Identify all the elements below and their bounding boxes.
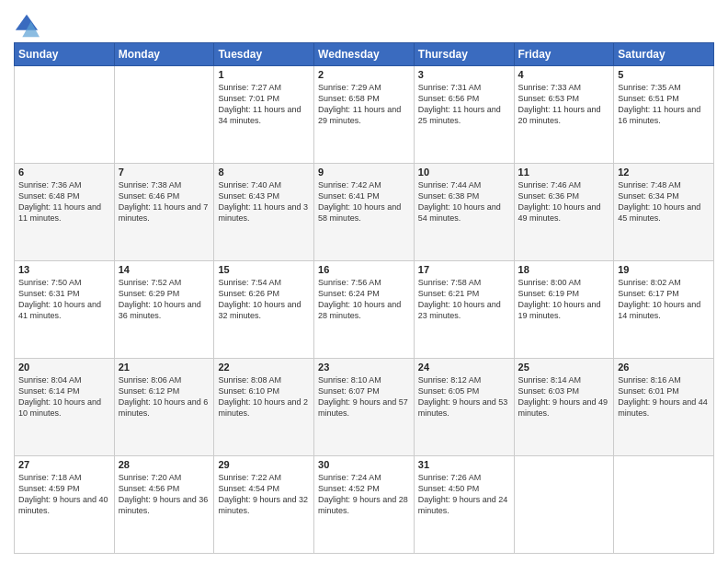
page: SundayMondayTuesdayWednesdayThursdayFrid… [0,0,728,563]
calendar-cell: 19Sunrise: 8:02 AM Sunset: 6:17 PM Dayli… [614,261,714,359]
calendar-cell: 30Sunrise: 7:24 AM Sunset: 4:52 PM Dayli… [314,456,415,554]
day-content: Sunrise: 7:54 AM Sunset: 6:26 PM Dayligh… [218,277,310,322]
calendar-week-row: 6Sunrise: 7:36 AM Sunset: 6:48 PM Daylig… [15,164,714,261]
header [14,9,714,39]
day-content: Sunrise: 8:04 AM Sunset: 6:14 PM Dayligh… [18,374,110,419]
calendar-cell: 14Sunrise: 7:52 AM Sunset: 6:29 PM Dayli… [114,261,214,359]
calendar-cell: 3Sunrise: 7:31 AM Sunset: 6:56 PM Daylig… [414,66,514,164]
day-content: Sunrise: 7:40 AM Sunset: 6:43 PM Dayligh… [218,179,310,224]
day-content: Sunrise: 7:20 AM Sunset: 4:56 PM Dayligh… [119,472,210,517]
calendar-cell: 4Sunrise: 7:33 AM Sunset: 6:53 PM Daylig… [514,66,614,164]
calendar-cell: 15Sunrise: 7:54 AM Sunset: 6:26 PM Dayli… [214,261,314,359]
day-number: 3 [418,69,510,80]
calendar-cell: 5Sunrise: 7:35 AM Sunset: 6:51 PM Daylig… [614,66,714,164]
day-content: Sunrise: 7:50 AM Sunset: 6:31 PM Dayligh… [18,277,110,322]
day-number: 23 [318,362,410,373]
logo-icon [14,13,40,39]
calendar-cell [15,66,115,164]
calendar-cell: 26Sunrise: 8:16 AM Sunset: 6:01 PM Dayli… [614,359,714,456]
calendar-cell: 11Sunrise: 7:46 AM Sunset: 6:36 PM Dayli… [514,164,614,261]
calendar-cell: 31Sunrise: 7:26 AM Sunset: 4:50 PM Dayli… [414,456,514,554]
calendar-week-row: 27Sunrise: 7:18 AM Sunset: 4:59 PM Dayli… [15,456,714,554]
day-number: 10 [418,167,510,178]
calendar-cell [114,66,214,164]
day-number: 12 [618,167,710,178]
day-content: Sunrise: 8:10 AM Sunset: 6:07 PM Dayligh… [318,374,410,419]
day-content: Sunrise: 7:35 AM Sunset: 6:51 PM Dayligh… [618,82,710,127]
logo [14,13,41,39]
day-content: Sunrise: 7:56 AM Sunset: 6:24 PM Dayligh… [318,277,410,322]
day-number: 28 [119,459,210,470]
day-content: Sunrise: 8:16 AM Sunset: 6:01 PM Dayligh… [618,374,710,419]
day-content: Sunrise: 7:58 AM Sunset: 6:21 PM Dayligh… [418,277,510,322]
day-number: 26 [618,362,710,373]
day-number: 25 [518,362,610,373]
calendar-body: 1Sunrise: 7:27 AM Sunset: 7:01 PM Daylig… [15,66,714,554]
calendar-cell: 13Sunrise: 7:50 AM Sunset: 6:31 PM Dayli… [15,261,115,359]
day-content: Sunrise: 7:18 AM Sunset: 4:59 PM Dayligh… [18,472,110,517]
day-content: Sunrise: 7:24 AM Sunset: 4:52 PM Dayligh… [318,472,410,517]
calendar-week-row: 13Sunrise: 7:50 AM Sunset: 6:31 PM Dayli… [15,261,714,359]
calendar-cell: 1Sunrise: 7:27 AM Sunset: 7:01 PM Daylig… [214,66,314,164]
day-number: 7 [119,167,210,178]
calendar-week-row: 1Sunrise: 7:27 AM Sunset: 7:01 PM Daylig… [15,66,714,164]
day-content: Sunrise: 7:27 AM Sunset: 7:01 PM Dayligh… [218,82,310,127]
calendar-cell: 17Sunrise: 7:58 AM Sunset: 6:21 PM Dayli… [414,261,514,359]
calendar-cell: 22Sunrise: 8:08 AM Sunset: 6:10 PM Dayli… [214,359,314,456]
calendar-cell: 25Sunrise: 8:14 AM Sunset: 6:03 PM Dayli… [514,359,614,456]
calendar-cell: 20Sunrise: 8:04 AM Sunset: 6:14 PM Dayli… [15,359,115,456]
day-number: 15 [218,264,310,275]
svg-marker-0 [16,15,38,30]
weekday-header-cell: Tuesday [214,43,314,66]
day-content: Sunrise: 7:48 AM Sunset: 6:34 PM Dayligh… [618,179,710,224]
day-number: 31 [418,459,510,470]
day-number: 30 [318,459,410,470]
weekday-header-cell: Thursday [414,43,514,66]
day-number: 24 [418,362,510,373]
day-content: Sunrise: 7:26 AM Sunset: 4:50 PM Dayligh… [418,472,510,517]
day-number: 4 [518,69,610,80]
calendar-cell [514,456,614,554]
day-number: 13 [18,264,110,275]
day-content: Sunrise: 8:14 AM Sunset: 6:03 PM Dayligh… [518,374,610,419]
calendar-cell: 28Sunrise: 7:20 AM Sunset: 4:56 PM Dayli… [114,456,214,554]
day-number: 17 [418,264,510,275]
calendar-cell: 6Sunrise: 7:36 AM Sunset: 6:48 PM Daylig… [15,164,115,261]
calendar-week-row: 20Sunrise: 8:04 AM Sunset: 6:14 PM Dayli… [15,359,714,456]
day-number: 2 [318,69,410,80]
day-content: Sunrise: 7:22 AM Sunset: 4:54 PM Dayligh… [218,472,310,517]
day-content: Sunrise: 7:42 AM Sunset: 6:41 PM Dayligh… [318,179,410,224]
day-content: Sunrise: 8:08 AM Sunset: 6:10 PM Dayligh… [218,374,310,419]
calendar-table: SundayMondayTuesdayWednesdayThursdayFrid… [14,42,714,554]
weekday-header-cell: Friday [514,43,614,66]
day-content: Sunrise: 7:52 AM Sunset: 6:29 PM Dayligh… [119,277,210,322]
day-content: Sunrise: 7:33 AM Sunset: 6:53 PM Dayligh… [518,82,610,127]
day-content: Sunrise: 8:12 AM Sunset: 6:05 PM Dayligh… [418,374,510,419]
calendar-cell: 12Sunrise: 7:48 AM Sunset: 6:34 PM Dayli… [614,164,714,261]
calendar-cell: 2Sunrise: 7:29 AM Sunset: 6:58 PM Daylig… [314,66,415,164]
day-number: 1 [218,69,310,80]
calendar-cell: 24Sunrise: 8:12 AM Sunset: 6:05 PM Dayli… [414,359,514,456]
weekday-header-cell: Wednesday [314,43,415,66]
calendar-cell [614,456,714,554]
weekday-header-cell: Monday [114,43,214,66]
calendar-cell: 10Sunrise: 7:44 AM Sunset: 6:38 PM Dayli… [414,164,514,261]
day-number: 8 [218,167,310,178]
day-number: 19 [618,264,710,275]
calendar-cell: 16Sunrise: 7:56 AM Sunset: 6:24 PM Dayli… [314,261,415,359]
calendar-cell: 7Sunrise: 7:38 AM Sunset: 6:46 PM Daylig… [114,164,214,261]
day-content: Sunrise: 7:31 AM Sunset: 6:56 PM Dayligh… [418,82,510,127]
day-content: Sunrise: 8:00 AM Sunset: 6:19 PM Dayligh… [518,277,610,322]
calendar-cell: 8Sunrise: 7:40 AM Sunset: 6:43 PM Daylig… [214,164,314,261]
day-number: 6 [18,167,110,178]
calendar-cell: 23Sunrise: 8:10 AM Sunset: 6:07 PM Dayli… [314,359,415,456]
weekday-header-cell: Sunday [15,43,115,66]
calendar-cell: 29Sunrise: 7:22 AM Sunset: 4:54 PM Dayli… [214,456,314,554]
weekday-header-cell: Saturday [614,43,714,66]
calendar-cell: 9Sunrise: 7:42 AM Sunset: 6:41 PM Daylig… [314,164,415,261]
day-number: 16 [318,264,410,275]
weekday-header-row: SundayMondayTuesdayWednesdayThursdayFrid… [15,43,714,66]
day-content: Sunrise: 7:46 AM Sunset: 6:36 PM Dayligh… [518,179,610,224]
day-content: Sunrise: 7:36 AM Sunset: 6:48 PM Dayligh… [18,179,110,224]
day-number: 20 [18,362,110,373]
